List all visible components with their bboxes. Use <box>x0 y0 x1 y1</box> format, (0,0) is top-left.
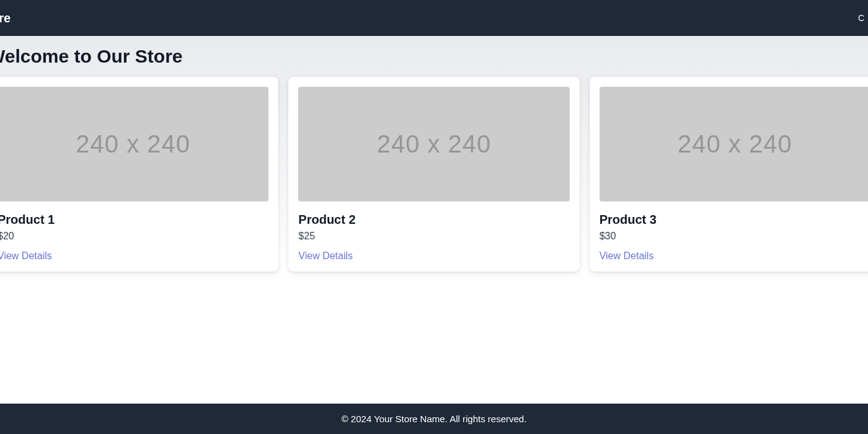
placeholder-text: 240 x 240 <box>678 130 792 158</box>
page-title: Welcome to Our Store <box>0 36 868 77</box>
product-price: $30 <box>600 231 868 242</box>
footer-text: © 2024 Your Store Name. All rights reser… <box>342 414 527 424</box>
product-image-placeholder: 240 x 240 <box>600 87 868 202</box>
placeholder-text: 240 x 240 <box>76 130 190 158</box>
main-content: Welcome to Our Store 240 x 240 Product 1… <box>0 36 868 404</box>
view-details-link[interactable]: View Details <box>298 250 569 262</box>
product-price: $20 <box>0 231 268 242</box>
product-card: 240 x 240 Product 2 $25 View Details <box>288 77 579 272</box>
navbar-brand[interactable]: ore <box>0 11 11 25</box>
product-title: Product 3 <box>600 213 868 227</box>
product-title: Product 1 <box>0 213 268 227</box>
cart-link[interactable]: C <box>858 13 864 23</box>
footer: © 2024 Your Store Name. All rights reser… <box>0 404 868 434</box>
view-details-link[interactable]: View Details <box>0 250 268 262</box>
product-title: Product 2 <box>298 213 569 227</box>
product-price: $25 <box>298 231 569 242</box>
product-card: 240 x 240 Product 1 $20 View Details <box>0 77 278 272</box>
placeholder-text: 240 x 240 <box>377 130 492 158</box>
product-grid: 240 x 240 Product 1 $20 View Details 240… <box>0 77 868 272</box>
product-image-placeholder: 240 x 240 <box>298 87 569 202</box>
product-image-placeholder: 240 x 240 <box>0 87 268 202</box>
navbar: ore C <box>0 0 868 36</box>
product-card: 240 x 240 Product 3 $30 View Details <box>590 77 868 272</box>
view-details-link[interactable]: View Details <box>600 250 868 262</box>
